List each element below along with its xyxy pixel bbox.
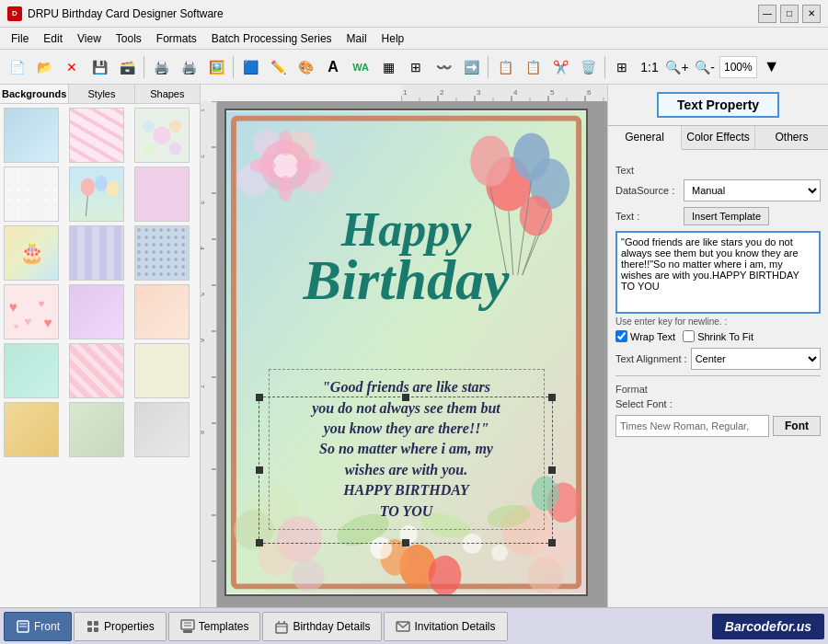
checkbox-row: Wrap Text Shrink To Fit <box>615 330 821 342</box>
select-font-label: Select Font : <box>615 398 680 409</box>
tab-backgrounds[interactable]: Backgrounds <box>0 85 69 103</box>
svg-point-102 <box>370 537 392 559</box>
svg-text:♥: ♥ <box>39 297 45 309</box>
bg-thumb-2[interactable] <box>69 108 124 163</box>
svg-point-77 <box>237 163 270 196</box>
handle-bm[interactable] <box>402 539 409 546</box>
menu-formats[interactable]: Formats <box>149 30 204 47</box>
bg-thumb-17[interactable] <box>69 402 124 457</box>
menu-mail[interactable]: Mail <box>339 30 374 47</box>
tb-print[interactable]: 🖨️ <box>148 54 174 80</box>
bg-thumb-6[interactable] <box>134 167 190 222</box>
tb-zoom-down[interactable]: ▼ <box>759 54 785 80</box>
minimize-button[interactable]: — <box>758 5 776 23</box>
tb-lines[interactable]: 〰️ <box>431 54 456 80</box>
wrap-text-checkbox[interactable]: Wrap Text <box>615 330 675 342</box>
tb-del[interactable]: 🗑️ <box>575 54 601 80</box>
menu-view[interactable]: View <box>70 30 109 47</box>
bg-thumb-9[interactable] <box>134 225 190 281</box>
tb-new[interactable]: 📄 <box>4 54 29 80</box>
bg-thumb-7[interactable]: 🎂 <box>4 225 59 281</box>
tab-styles[interactable]: Styles <box>69 85 134 103</box>
bg-thumb-3[interactable] <box>134 108 190 163</box>
handle-bl[interactable] <box>256 539 263 546</box>
menu-help[interactable]: Help <box>374 30 412 47</box>
invitation-details-label: Invitation Details <box>414 620 495 633</box>
card-quote-text[interactable]: "Good friends are like starsyou do not a… <box>269 369 545 530</box>
menu-batch[interactable]: Batch Processing Series <box>204 30 339 47</box>
shrink-to-fit-checkbox[interactable]: Shrink To Fit <box>683 330 753 342</box>
bg-thumb-16[interactable] <box>4 402 59 457</box>
bg-thumb-18[interactable] <box>134 402 190 457</box>
handle-br[interactable] <box>548 539 556 546</box>
tb-save2[interactable]: 🗃️ <box>114 54 140 80</box>
tb-arrow[interactable]: ➡️ <box>458 54 484 80</box>
prop-tab-general[interactable]: General <box>608 126 682 150</box>
tb-color[interactable]: 🎨 <box>293 54 318 80</box>
text-section-label: Text <box>615 165 821 176</box>
font-input[interactable] <box>615 415 769 437</box>
bg-thumb-10[interactable]: ♥♥♥♥♥ <box>4 284 59 339</box>
property-content: Text DataSource : Manual Database Text :… <box>608 150 828 607</box>
close-button[interactable]: ✕ <box>802 5 821 23</box>
handle-tr[interactable] <box>548 394 556 401</box>
bg-thumb-14[interactable] <box>69 343 124 398</box>
tb-cut[interactable]: ✂️ <box>547 54 573 80</box>
prop-tab-color-effects[interactable]: Color Effects <box>682 126 755 149</box>
tb-shape[interactable]: 🟦 <box>237 54 263 80</box>
menu-file[interactable]: File <box>4 30 36 47</box>
bg-thumb-5[interactable] <box>69 167 124 222</box>
tb-pencil[interactable]: ✏️ <box>265 54 291 80</box>
bottom-btn-templates[interactable]: Templates <box>168 612 261 641</box>
bottom-btn-properties[interactable]: Properties <box>74 612 167 641</box>
font-button[interactable]: Font <box>773 416 821 436</box>
svg-point-6 <box>95 176 108 191</box>
bg-thumb-11[interactable] <box>69 284 124 339</box>
tb-open[interactable]: 📂 <box>31 54 57 80</box>
maximize-button[interactable]: □ <box>780 5 799 23</box>
bg-thumb-13[interactable] <box>4 343 59 398</box>
tb-sep3 <box>488 56 489 78</box>
tb-wordart[interactable]: WA <box>348 54 374 80</box>
tb-table[interactable]: ⊞ <box>609 54 635 80</box>
bg-thumb-4[interactable] <box>4 167 59 222</box>
svg-rect-117 <box>276 624 287 633</box>
handle-mr[interactable] <box>548 466 556 474</box>
bg-thumb-1[interactable] <box>4 108 59 163</box>
svg-text:♥: ♥ <box>44 315 52 330</box>
menu-tools[interactable]: Tools <box>109 30 149 47</box>
insert-template-btn[interactable]: Insert Template <box>684 207 769 225</box>
tb-print2[interactable]: 🖨️ <box>176 54 201 80</box>
text-alignment-select[interactable]: Center Left Right Justify <box>691 348 821 370</box>
bg-thumb-8[interactable] <box>69 225 124 281</box>
handle-ml[interactable] <box>256 466 263 474</box>
svg-rect-109 <box>87 621 92 626</box>
prop-tab-others[interactable]: Others <box>755 126 828 149</box>
tb-close-red[interactable]: ✕ <box>59 54 85 80</box>
tab-shapes[interactable]: Shapes <box>135 85 200 103</box>
wrap-text-input[interactable] <box>615 330 627 342</box>
bottom-btn-birthday-details[interactable]: Birthday Details <box>262 612 382 641</box>
title-bar-controls[interactable]: — □ ✕ <box>758 5 821 23</box>
barcode-badge: Barcodefor.us <box>712 614 824 639</box>
tb-paste[interactable]: 📋 <box>520 54 546 80</box>
tb-zoomin[interactable]: 🔍+ <box>664 54 690 80</box>
bg-thumb-12[interactable] <box>134 284 190 339</box>
datasource-select[interactable]: Manual Database <box>684 179 821 201</box>
bottom-btn-front[interactable]: Front <box>4 612 72 641</box>
svg-point-97 <box>380 539 409 576</box>
menu-edit[interactable]: Edit <box>36 30 70 47</box>
tb-ratio[interactable]: 1:1 <box>637 54 662 80</box>
handle-tl[interactable] <box>256 394 263 401</box>
bg-thumb-15[interactable] <box>134 343 190 398</box>
tb-align[interactable]: ⊞ <box>403 54 429 80</box>
shrink-to-fit-input[interactable] <box>683 330 695 342</box>
bottom-btn-invitation-details[interactable]: Invitation Details <box>384 612 507 641</box>
tb-img[interactable]: 🖼️ <box>203 54 229 80</box>
tb-text[interactable]: A <box>320 54 346 80</box>
tb-zoomout[interactable]: 🔍- <box>692 54 718 80</box>
tb-save[interactable]: 💾 <box>86 54 112 80</box>
text-content-area[interactable]: "Good friends are like stars you do not … <box>615 231 821 314</box>
tb-copy[interactable]: 📋 <box>492 54 518 80</box>
tb-barcode[interactable]: ▦ <box>375 54 401 80</box>
